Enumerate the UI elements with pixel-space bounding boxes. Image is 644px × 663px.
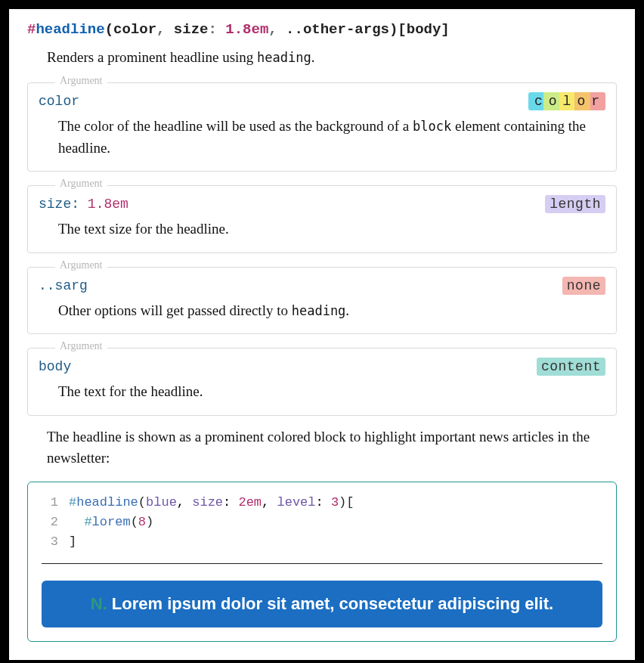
type-tag-content: content: [537, 358, 605, 376]
sig-sep1: ,: [156, 21, 174, 38]
arg-kw-val: 1.8em: [88, 197, 128, 212]
sig-arg2-val: 1.8em: [225, 21, 268, 38]
arg-name-text: size: [39, 197, 71, 212]
argument-description: The color of the headline will be used a…: [58, 115, 605, 160]
argument-name: ..sarg: [39, 278, 88, 293]
sig-sink: ..other-args: [286, 21, 389, 38]
headline-number: N.: [91, 594, 107, 613]
sig-closebr: ]: [441, 21, 449, 38]
argument-description: Other options will get passed directly t…: [58, 299, 605, 321]
sig-open: (: [105, 21, 113, 38]
argument-name: color: [39, 94, 79, 109]
arg-desc-pre: The color of the headline will be used a…: [58, 118, 413, 134]
type-tag-length: length: [545, 195, 605, 213]
argument-header: body content: [39, 358, 605, 376]
line-number: 1: [42, 493, 58, 513]
argument-color: Argument color color The color of the he…: [27, 82, 617, 172]
argument-header: ..sarg none: [39, 277, 605, 295]
code-line-2: 2 #lorem(8): [42, 513, 602, 532]
code-line-1: 1 #headline(blue, size: 2em, level: 3)[: [42, 493, 602, 513]
line-number: 3: [42, 532, 58, 552]
arg-desc-pre: The text for the headline.: [58, 383, 203, 399]
sig-close: ): [389, 21, 398, 38]
arg-desc-pre: Other options will get passed directly t…: [58, 302, 292, 318]
code-line-3: 3 ]: [42, 532, 602, 552]
arg-desc-pre: The text size for the headline.: [58, 221, 229, 237]
argument-name: size: 1.8em: [39, 197, 128, 212]
sig-sep2: ,: [268, 21, 286, 38]
example-frame: 1 #headline(blue, size: 2em, level: 3)[ …: [27, 482, 617, 642]
argument-description: The text size for the headline.: [58, 218, 605, 240]
arg-desc-code: heading: [292, 303, 346, 318]
headline-preview: N.Lorem ipsum dolor sit amet, consectetu…: [42, 581, 602, 627]
arg-name-text: body: [39, 359, 71, 374]
sig-arg1: color: [113, 21, 156, 38]
intro-post: .: [311, 49, 315, 65]
function-signature: #headline(color, size: 1.8em, ..other-ar…: [27, 21, 617, 38]
arg-desc-post: .: [345, 302, 349, 318]
example-explain: The headline is shown as a prominent col…: [47, 426, 617, 469]
intro-text: Renders a prominent headline using headi…: [47, 47, 617, 69]
argument-header: size: 1.8em length: [39, 195, 605, 213]
code-content: #headline(blue, size: 2em, level: 3)[: [69, 493, 355, 513]
type-tag-color: color: [528, 92, 605, 110]
sig-arg2-key: size: [174, 21, 209, 38]
intro-code: heading: [257, 50, 311, 65]
argument-sarg: Argument ..sarg none Other options will …: [27, 267, 617, 334]
line-number: 2: [42, 513, 58, 532]
sig-hash: #: [27, 21, 36, 38]
arg-name-text: ..sarg: [39, 278, 88, 293]
doc-page: #headline(color, size: 1.8em, ..other-ar…: [9, 9, 635, 660]
sig-body: body: [407, 21, 441, 38]
intro-pre: Renders a prominent headline using: [47, 49, 257, 65]
argument-description: The text for the headline.: [58, 380, 605, 402]
argument-name: body: [39, 359, 71, 374]
type-tag-none: none: [562, 277, 605, 295]
argument-body: Argument body content The text for the h…: [27, 348, 617, 415]
code-content: #lorem(8): [69, 513, 153, 532]
arg-kw-sep: :: [71, 197, 88, 212]
argument-label: Argument: [55, 340, 107, 352]
argument-label: Argument: [55, 259, 107, 271]
arg-name-text: color: [39, 94, 79, 109]
headline-text: Lorem ipsum dolor sit amet, consectetur …: [112, 594, 553, 613]
argument-header: color color: [39, 92, 605, 110]
sig-name: headline: [36, 21, 104, 38]
divider: [42, 563, 602, 564]
sig-arg2-sep: :: [208, 21, 225, 38]
code-content: ]: [69, 532, 76, 552]
arg-desc-code: block: [413, 119, 451, 134]
argument-label: Argument: [55, 178, 107, 190]
argument-label: Argument: [55, 75, 107, 87]
argument-size: Argument size: 1.8em length The text siz…: [27, 185, 617, 252]
code-block: 1 #headline(blue, size: 2em, level: 3)[ …: [42, 493, 602, 553]
sig-openbr: [: [398, 21, 406, 38]
